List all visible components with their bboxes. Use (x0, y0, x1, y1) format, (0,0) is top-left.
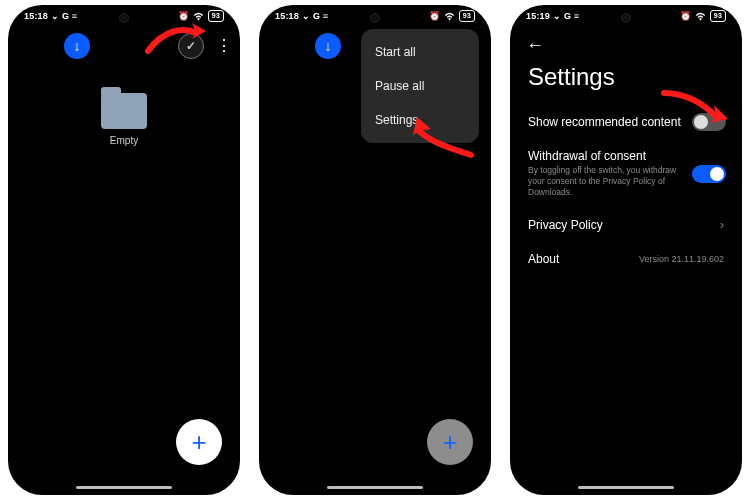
alarm-icon: ⏰ (178, 11, 189, 21)
setting-withdraw-consent[interactable]: Withdrawal of consent By toggling off th… (510, 139, 742, 208)
back-button[interactable]: ← (526, 35, 544, 56)
select-button[interactable]: ✓ (178, 33, 204, 59)
status-left-icons: ⌄ G ≡ (553, 11, 579, 21)
gesture-bar (76, 486, 172, 489)
status-left-icons: ⌄ G ≡ (51, 11, 77, 21)
gesture-bar (327, 486, 423, 489)
setting-subtext: By toggling off the switch, you withdraw… (528, 165, 678, 198)
chevron-right-icon: › (720, 218, 724, 232)
setting-label: Withdrawal of consent (528, 149, 724, 163)
battery-indicator: 93 (208, 10, 224, 22)
menu-item-start-all[interactable]: Start all (361, 35, 479, 69)
status-time: 15:18 (24, 11, 48, 21)
page-title: Settings (510, 57, 742, 105)
phone-screen-3: 15:19 ⌄ G ≡ ⏰ 93 ← Settings Show recomme… (510, 5, 742, 495)
add-fab[interactable]: + (427, 419, 473, 465)
toggle-consent[interactable] (692, 165, 726, 183)
more-options-button[interactable]: ⋮ (216, 44, 230, 48)
alarm-icon: ⏰ (429, 11, 440, 21)
add-fab[interactable]: + (176, 419, 222, 465)
menu-item-settings[interactable]: Settings (361, 103, 479, 137)
setting-privacy-policy[interactable]: Privacy Policy › (510, 208, 742, 242)
battery-indicator: 93 (459, 10, 475, 22)
downloads-tab-button[interactable]: ↓ (64, 33, 90, 59)
camera-notch (621, 13, 631, 23)
gesture-bar (578, 486, 674, 489)
downloads-tab-button[interactable]: ↓ (315, 33, 341, 59)
battery-indicator: 93 (710, 10, 726, 22)
overflow-menu: Start all Pause all Settings (361, 29, 479, 143)
toggle-recommended[interactable] (692, 113, 726, 131)
setting-label: Privacy Policy (528, 218, 724, 232)
version-text: Version 21.11.19.602 (639, 254, 724, 264)
menu-item-pause-all[interactable]: Pause all (361, 69, 479, 103)
phone-screen-1: 15:18 ⌄ G ≡ ⏰ 93 ↓ ✓ ⋮ Empty + (8, 5, 240, 495)
back-row: ← (510, 27, 742, 57)
status-time: 15:18 (275, 11, 299, 21)
camera-notch (119, 13, 129, 23)
setting-about[interactable]: About Version 21.11.19.602 (510, 242, 742, 276)
folder-icon (101, 93, 147, 129)
status-left-icons: ⌄ G ≡ (302, 11, 328, 21)
status-time: 15:19 (526, 11, 550, 21)
phone-screen-2: 15:18 ⌄ G ≡ ⏰ 93 ↓ Start all Pause all S… (259, 5, 491, 495)
alarm-icon: ⏰ (680, 11, 691, 21)
app-topbar: ↓ ✓ ⋮ (8, 27, 240, 65)
wifi-icon (193, 12, 204, 21)
empty-state: Empty (8, 93, 240, 146)
camera-notch (370, 13, 380, 23)
empty-label: Empty (8, 135, 240, 146)
wifi-icon (695, 12, 706, 21)
setting-recommended-content[interactable]: Show recommended content (510, 105, 742, 139)
wifi-icon (444, 12, 455, 21)
